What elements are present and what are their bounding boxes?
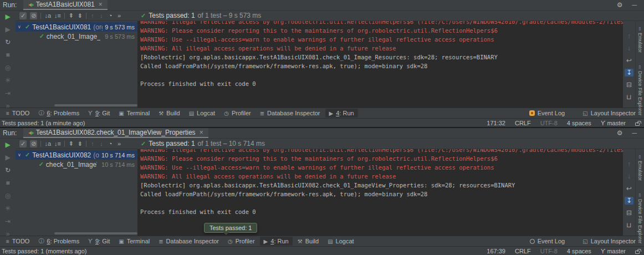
scroll-to-end-button[interactable]: ↧ — [625, 69, 633, 76]
attach-debugger-button[interactable]: ✳ — [5, 76, 11, 84]
more-toolbar-button[interactable]: » — [116, 140, 122, 147]
toolwindow-button-git[interactable]: ϒ 9: Git — [84, 109, 114, 118]
line-separator-widget[interactable]: CRLF — [515, 120, 531, 126]
toolwindow-button-todo[interactable]: ≡ TODO — [2, 237, 33, 246]
show-ignored-toggle[interactable]: ⊘ — [30, 12, 37, 19]
sort-by-duration-button[interactable]: ↓≡ — [54, 140, 61, 147]
gear-icon[interactable]: ⚙ — [617, 129, 623, 137]
toolwindow-button-logcat[interactable]: ▤ Logcat — [324, 237, 357, 246]
next-occurrence-button[interactable]: ↓ — [99, 12, 104, 19]
test-suite-row[interactable]: ∨ ✓ TestA1BasicUIX081 (org.aplas.basica … — [16, 22, 137, 32]
indent-widget[interactable]: 4 spaces — [567, 248, 591, 254]
show-ignored-toggle[interactable]: ⊘ — [30, 140, 37, 147]
chevron-down-icon[interactable]: ∨ — [18, 24, 23, 29]
rerun-button[interactable]: ▶ — [5, 13, 10, 21]
test-history-button[interactable]: ◔ — [108, 12, 113, 19]
layout-inspector-button[interactable]: ◱ Layout Inspector — [579, 109, 640, 117]
attach-debugger-button[interactable]: ✳ — [5, 205, 11, 212]
toolwindow-button-profiler[interactable]: ◷ Profiler — [220, 109, 255, 118]
toolwindow-button-database-inspector[interactable]: ≣ Database Inspector — [155, 237, 223, 246]
git-branch-widget[interactable]: ϒ master — [601, 120, 626, 126]
side-tab-emulator[interactable]: ▯ Emulator — [637, 27, 643, 53]
clear-all-button[interactable]: ⊔ — [626, 93, 631, 101]
chevron-down-icon[interactable]: ∨ — [18, 152, 23, 157]
caret-position-widget[interactable]: 167:39 — [487, 248, 505, 254]
toolwindow-button-problems[interactable]: ⓘ 6: Problems — [34, 109, 83, 118]
screenshot-button[interactable]: ◎ — [5, 192, 11, 200]
toolwindow-button-terminal[interactable]: ▣ Terminal — [115, 109, 154, 118]
collapse-all-button[interactable]: ⇞ — [68, 12, 74, 19]
test-suite-row[interactable]: ∨ ✓ TestA1BasicUIX082 (org.aplas.basica … — [16, 150, 137, 160]
clear-all-button[interactable]: ⊔ — [626, 221, 631, 229]
toolwindow-button-profiler[interactable]: ◷ Profiler — [224, 237, 259, 246]
toggle-auto-test-button[interactable]: ↻ — [5, 38, 11, 46]
toolwindow-button-run[interactable]: ▶ 4: Run — [260, 237, 293, 246]
previous-occurrence-button[interactable]: ↑ — [90, 12, 95, 19]
sort-alphabetically-button[interactable]: ↓a — [44, 12, 51, 19]
run-tab[interactable]: ◀▶ TestA1BasicUIX081 × — [23, 0, 107, 10]
stop-button[interactable]: ■ — [6, 179, 9, 187]
more-toolbar-button[interactable]: » — [116, 12, 122, 19]
side-tab-emulator[interactable]: ▯ Emulator — [637, 155, 643, 181]
next-occurrence-button[interactable]: ↓ — [99, 140, 104, 147]
horizontal-scrollbar[interactable] — [54, 232, 137, 234]
event-log-button[interactable]: Event Log — [525, 109, 569, 117]
toggle-auto-test-button[interactable]: ↻ — [5, 166, 11, 174]
toolwindow-button-git[interactable]: ϒ 9: Git — [84, 237, 114, 246]
gear-icon[interactable]: ⚙ — [617, 1, 623, 9]
indent-widget[interactable]: 4 spaces — [567, 120, 591, 126]
soft-wrap-button[interactable]: ↩ — [626, 185, 632, 192]
expand-all-button[interactable]: ⇟ — [77, 140, 83, 147]
close-icon[interactable]: × — [200, 129, 203, 136]
scroll-down-button[interactable]: ↓ — [627, 44, 631, 52]
exit-button[interactable]: ⇥ — [5, 89, 11, 97]
expand-all-button[interactable]: ⇟ — [77, 12, 83, 19]
lock-icon[interactable] — [635, 123, 640, 126]
event-log-button[interactable]: Event Log — [526, 237, 569, 245]
exit-button[interactable]: ⇥ — [5, 217, 11, 225]
scroll-up-button[interactable]: ↑ — [627, 32, 631, 40]
screenshot-button[interactable]: ◎ — [5, 64, 11, 72]
git-branch-widget[interactable]: ϒ master — [601, 248, 626, 254]
toolwindow-button-problems[interactable]: ⓘ 6: Problems — [34, 237, 83, 246]
scroll-down-button[interactable]: ↓ — [627, 172, 631, 180]
toolwindow-button-logcat[interactable]: ▤ Logcat — [185, 109, 219, 118]
print-button[interactable]: ⊟ — [626, 81, 632, 89]
soft-wrap-button[interactable]: ↩ — [626, 57, 632, 64]
previous-occurrence-button[interactable]: ↑ — [90, 140, 95, 147]
encoding-widget[interactable]: UTF-8 — [540, 248, 558, 254]
run-console[interactable]: WARNING: Illegal reflective access by or… — [137, 21, 623, 108]
scroll-up-button[interactable]: ↑ — [627, 160, 631, 168]
toolwindow-button-todo[interactable]: ≡ TODO — [2, 109, 33, 118]
layout-inspector-button[interactable]: ◱ Layout Inspector — [579, 237, 640, 245]
more-options-button[interactable]: » — [6, 102, 10, 110]
more-options-button[interactable]: » — [6, 230, 10, 238]
show-passed-toggle[interactable]: ✓ — [19, 140, 27, 147]
scroll-to-end-button[interactable]: ↧ — [625, 197, 633, 205]
toolwindow-button-build[interactable]: ⚒ Build — [294, 237, 323, 246]
rerun-button[interactable]: ▶ — [5, 141, 10, 149]
collapse-all-button[interactable]: ⇞ — [68, 140, 74, 147]
lock-icon[interactable] — [635, 251, 640, 254]
rerun-failed-tests-button[interactable]: ▶ — [5, 154, 10, 161]
encoding-widget[interactable]: UTF-8 — [540, 120, 558, 126]
print-button[interactable]: ⊟ — [626, 209, 632, 217]
sort-by-duration-button[interactable]: ↓≡ — [54, 12, 61, 19]
horizontal-scrollbar[interactable] — [54, 104, 137, 106]
show-passed-toggle[interactable]: ✓ — [19, 12, 27, 19]
rerun-failed-tests-button[interactable]: ▶ — [5, 26, 10, 33]
toolwindow-button-run[interactable]: ▶ 4: Run — [325, 109, 358, 118]
close-icon[interactable]: × — [99, 1, 103, 8]
test-history-button[interactable]: ◔ — [108, 140, 113, 147]
run-tab[interactable]: ◀▶ TestA1BasicUIX082.check_01_ImageView_… — [23, 128, 208, 138]
toolwindow-button-terminal[interactable]: ▣ Terminal — [115, 237, 154, 246]
toolwindow-button-database-inspector[interactable]: ≣ Database Inspector — [256, 109, 324, 118]
test-case-row[interactable]: ✓ check_01_ImageView_Properties 10 s 714… — [16, 160, 137, 169]
hide-panel-icon[interactable]: ─ — [632, 129, 637, 137]
test-case-row[interactable]: ✓ check_01_Image_Resources 9 s 573 ms — [16, 32, 137, 41]
caret-position-widget[interactable]: 171:32 — [487, 120, 505, 126]
toolwindow-button-build[interactable]: ⚒ Build — [155, 109, 183, 118]
line-separator-widget[interactable]: CRLF — [515, 248, 531, 254]
sort-alphabetically-button[interactable]: ↓a — [44, 140, 51, 147]
stop-button[interactable]: ■ — [6, 51, 9, 59]
